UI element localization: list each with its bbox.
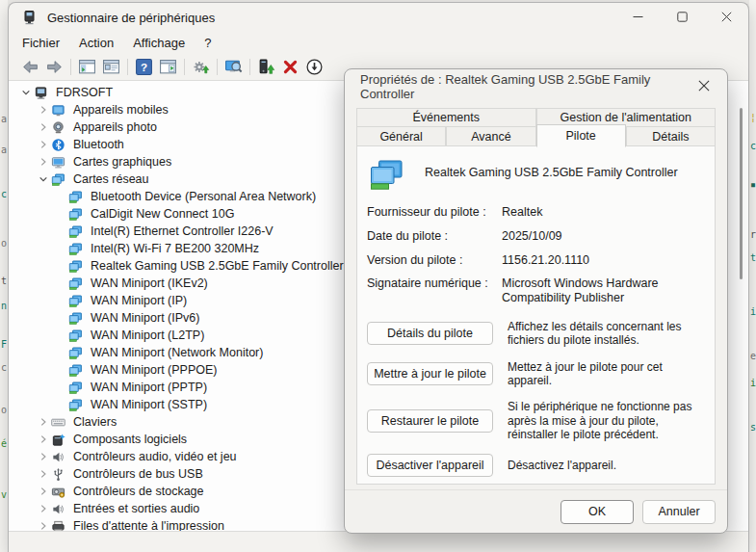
- speaker-icon: [51, 449, 67, 464]
- dialog-footer: OK Annuler: [345, 489, 727, 533]
- tab-details[interactable]: Détails: [626, 126, 716, 146]
- chevron-right-icon[interactable]: [36, 137, 51, 152]
- action-pane-icon: [159, 58, 177, 76]
- action-pane-button[interactable]: [156, 56, 180, 78]
- background-text-fragment: é: [1, 438, 7, 449]
- chevron-spacer: [53, 310, 68, 326]
- tree-item-label: WAN Miniport (Network Monitor): [91, 346, 263, 359]
- tree-scrollbar-thumb[interactable]: [740, 108, 743, 279]
- chevron-spacer: [53, 293, 68, 308]
- background-text-fragment: n: [1, 301, 7, 311]
- help-icon: ?: [135, 58, 153, 76]
- tree-item-label: Claviers: [73, 415, 117, 429]
- action-description: Désactivez l'appareil.: [508, 459, 707, 472]
- maximize-icon: [677, 9, 688, 26]
- tab-evenements[interactable]: Événements: [356, 108, 536, 126]
- software-icon: [51, 432, 67, 447]
- close-icon: [698, 80, 710, 94]
- display-icon: [51, 154, 67, 170]
- console-tree-button[interactable]: [75, 56, 99, 78]
- tree-item-label: WAN Miniport (SSTP): [91, 398, 207, 411]
- tree-item-label: Bluetooth Device (Personal Area Network): [91, 190, 316, 203]
- back-icon: [21, 58, 39, 76]
- chevron-right-icon[interactable]: [36, 119, 51, 135]
- desactiver-l-appareil-button[interactable]: Désactiver l'appareil: [367, 454, 493, 477]
- forward-icon: [45, 58, 64, 76]
- tree-item-label: Cartes graphiques: [73, 155, 171, 169]
- dialog-close-button[interactable]: [691, 73, 717, 100]
- background-text-fragment: a: [1, 114, 7, 124]
- forward-button[interactable]: [42, 56, 66, 78]
- keyboard-icon: [51, 414, 67, 430]
- menu-help[interactable]: ?: [195, 34, 221, 52]
- tree-item-label: Bluetooth: [73, 138, 124, 151]
- chevron-spacer: [53, 397, 68, 412]
- action-description: Mettez à jour le pilote pour cet apparei…: [508, 360, 707, 388]
- field-label: Fournisseur du pilote :: [367, 205, 502, 220]
- minimize-button[interactable]: [615, 3, 660, 32]
- close-button[interactable]: [704, 3, 748, 32]
- network-icon: [68, 380, 85, 395]
- chevron-down-icon[interactable]: [18, 85, 34, 100]
- tree-item-label: WAN Miniport (IPv6): [91, 311, 199, 325]
- driver-action-row: Mettre à jour le piloteMettez à jour le …: [367, 360, 707, 388]
- properties-icon: [102, 58, 120, 76]
- driver-action-row: Désactiver l'appareilDésactivez l'appare…: [367, 454, 707, 477]
- dialog-title-bar: Propriétés de : Realtek Gaming USB 2.5Gb…: [345, 69, 727, 104]
- background-text-fragment: c: [1, 189, 7, 199]
- mettre-a-jour-le-pilote-button[interactable]: Mettre à jour le pilote: [367, 362, 493, 385]
- storage-icon: [51, 484, 67, 499]
- help-button[interactable]: ?: [132, 56, 156, 78]
- uninstall-button[interactable]: [278, 56, 302, 78]
- menu-affichage[interactable]: Affichage: [123, 34, 195, 52]
- tab-general[interactable]: Général: [356, 126, 446, 146]
- chevron-right-icon[interactable]: [36, 449, 51, 464]
- network-icon: [68, 276, 85, 291]
- dialog-title: Propriétés de : Realtek Gaming USB 2.5Gb…: [360, 72, 691, 101]
- restaurer-le-pilote-button[interactable]: Restaurer le pilote: [367, 409, 493, 433]
- chevron-right-icon[interactable]: [36, 154, 51, 170]
- chevron-down-icon[interactable]: [36, 171, 51, 187]
- back-button[interactable]: [18, 56, 42, 78]
- field-value: 2025/10/09: [502, 229, 707, 244]
- network-icon: [68, 241, 85, 256]
- background-text-fragment: F: [1, 339, 7, 350]
- disable-button[interactable]: [302, 56, 326, 78]
- scan-computer-icon: [224, 58, 243, 76]
- background-text-fragment: ▪: [750, 179, 756, 190]
- tree-item-label: Intel(R) Ethernet Controller I226-V: [91, 224, 274, 238]
- printer-icon: [51, 518, 67, 532]
- network-icon: [68, 206, 85, 222]
- background-text-fragment: e: [750, 351, 756, 361]
- chevron-right-icon[interactable]: [36, 466, 51, 482]
- background-window-right-sliver: ¦c▪rtieis: [749, 0, 756, 552]
- driver-fields: Fournisseur du pilote :RealtekDate du pi…: [367, 205, 707, 305]
- background-text-fragment: v: [1, 489, 7, 500]
- gear-update-button[interactable]: [189, 56, 213, 78]
- scan-computer-button[interactable]: [222, 56, 246, 78]
- menu-fichier[interactable]: Fichier: [13, 34, 69, 52]
- title-bar: Gestionnaire de périphériques: [9, 3, 748, 32]
- tab-avance[interactable]: Avancé: [446, 126, 535, 146]
- chevron-right-icon[interactable]: [36, 414, 51, 430]
- svg-text:?: ?: [141, 61, 147, 73]
- chevron-right-icon[interactable]: [36, 501, 51, 516]
- network-adapter-icon: [369, 159, 404, 191]
- menu-action[interactable]: Action: [69, 34, 123, 52]
- chevron-right-icon[interactable]: [36, 102, 51, 118]
- cancel-button[interactable]: Annuler: [642, 500, 716, 524]
- driver-update-icon: [257, 58, 275, 76]
- chevron-spacer: [53, 380, 68, 395]
- chevron-right-icon[interactable]: [36, 518, 51, 532]
- tab-pilote[interactable]: Pilote: [536, 124, 626, 147]
- driver-update-button[interactable]: [254, 56, 278, 78]
- camera-icon: [51, 119, 67, 135]
- ok-button[interactable]: OK: [560, 500, 634, 524]
- details-du-pilote-button[interactable]: Détails du pilote: [367, 322, 493, 345]
- chevron-right-icon[interactable]: [36, 432, 51, 447]
- close-icon: [721, 9, 732, 26]
- properties-button[interactable]: [99, 56, 123, 78]
- tree-item-label: Contrôleurs de bus USB: [73, 467, 203, 481]
- chevron-right-icon[interactable]: [36, 484, 51, 499]
- maximize-button[interactable]: [660, 3, 704, 32]
